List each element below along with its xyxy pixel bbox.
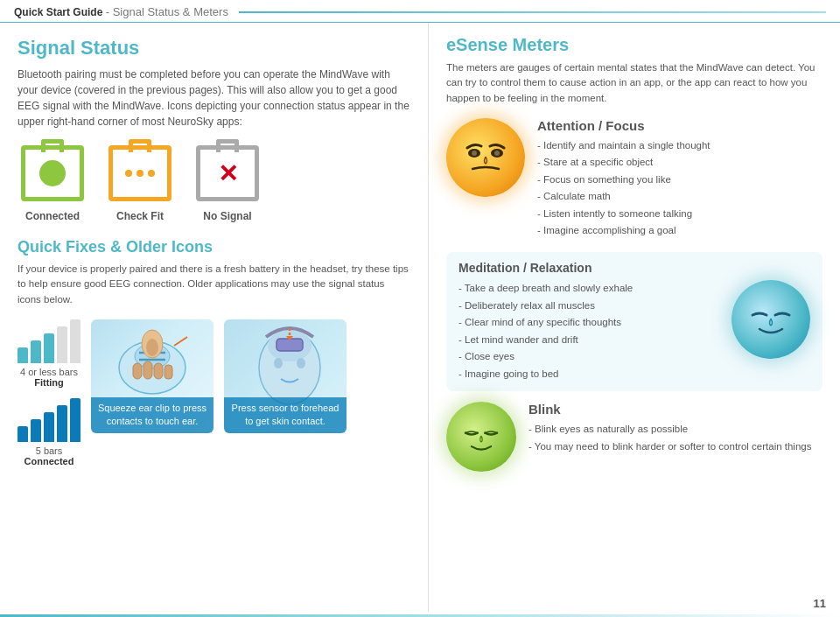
- meditation-block-title: Meditation / Relaxation: [458, 261, 810, 275]
- header-title: Quick Start Guide - Signal Status & Mete…: [14, 5, 228, 18]
- meditation-inner: Take a deep breath and slowly exhale Del…: [458, 280, 810, 382]
- main-content: Signal Status Bluetooth pairing must be …: [0, 23, 840, 612]
- right-column: eSense Meters The meters are gauges of c…: [429, 23, 840, 612]
- bars-column: 4 or less bars Fitting: [18, 319, 80, 466]
- meditation-item-2: Clear mind of any specific thoughts: [458, 314, 721, 332]
- connected-bars-label: 5 bars Connected: [24, 445, 74, 466]
- attention-item-0: Identify and maintain a single thought: [537, 137, 822, 155]
- meditation-circle: [732, 280, 810, 359]
- signal-icons-row: Connected Check Fit: [18, 142, 410, 222]
- meditation-list: Take a deep breath and slowly exhale Del…: [458, 280, 721, 382]
- checkfit-icon-box: [105, 142, 175, 205]
- bar-c4: [57, 405, 67, 442]
- attention-info-title: Attention / Focus: [537, 118, 822, 133]
- checkfit-label: Check Fit: [116, 210, 164, 222]
- header-decorative-line: [239, 11, 826, 13]
- press-sensor-caption: Press sensor to forehead to get skin con…: [224, 397, 346, 433]
- blink-info-title: Blink: [528, 402, 822, 417]
- press-sensor-caption-wrapper: Press sensor to forehead to get skin con…: [224, 397, 346, 433]
- bar-2: [31, 340, 41, 363]
- header-main-title: Quick Start Guide: [14, 6, 102, 18]
- fixes-row: 4 or less bars Fitting: [18, 319, 410, 466]
- meditation-item-5: Imagine going to bed: [458, 366, 721, 383]
- fitting-label-text: 4 or less bars: [20, 367, 78, 377]
- bar-5: [70, 319, 80, 363]
- signal-icon-checkfit: Check Fit: [105, 142, 175, 222]
- page-header: Quick Start Guide - Signal Status & Mete…: [0, 0, 840, 23]
- bar-4: [57, 326, 67, 363]
- meditation-block: Meditation / Relaxation Take a deep brea…: [446, 252, 822, 391]
- connected-icon-dot: [39, 160, 66, 186]
- dot-2: [136, 170, 144, 177]
- bar-3: [44, 333, 54, 363]
- bar-c2: [31, 419, 41, 442]
- blink-item-0: Blink eyes as naturally as possible: [528, 421, 822, 438]
- svg-point-13: [297, 358, 305, 368]
- bar-item-connected: 5 bars Connected: [18, 398, 80, 466]
- dot-3: [148, 170, 155, 177]
- ear-clip-caption-wrapper: Squeeze ear clip to press contacts to to…: [91, 397, 214, 433]
- meditation-item-4: Close eyes: [458, 348, 721, 366]
- connected-icon-box: [18, 142, 88, 205]
- blink-face-svg: [455, 410, 508, 463]
- attention-item-1: Stare at a specific object: [537, 154, 822, 172]
- attention-face-svg: [455, 127, 516, 188]
- fitting-sublabel: Fitting: [34, 377, 64, 388]
- dot-1: [125, 170, 132, 177]
- blink-info: Blink Blink eyes as naturally as possibl…: [528, 402, 822, 455]
- ear-clip-svg: [91, 319, 214, 407]
- checkfit-icon: [108, 145, 172, 201]
- nosignal-label: No Signal: [203, 210, 251, 222]
- meditation-item-0: Take a deep breath and slowly exhale: [458, 280, 721, 298]
- meditation-face-svg: [740, 289, 802, 350]
- meditation-item-3: Let mind wander and drift: [458, 332, 721, 349]
- press-sensor-svg: [224, 319, 346, 407]
- attention-item-5: Imagine accomplishing a goal: [537, 222, 822, 240]
- esense-title: eSense Meters: [446, 35, 822, 55]
- blink-item-1: You may need to blink harder or softer t…: [528, 438, 822, 456]
- signal-status-section: Signal Status Bluetooth pairing must be …: [18, 37, 410, 222]
- svg-point-9: [146, 339, 158, 356]
- quick-fixes-description: If your device is properly paired and th…: [18, 262, 410, 307]
- connected-bars-label-text: 5 bars: [36, 445, 63, 456]
- svg-rect-14: [276, 339, 303, 351]
- meditation-item-1: Deliberately relax all muscles: [458, 298, 721, 315]
- svg-point-12: [274, 358, 283, 368]
- bars-graphic-connected: [18, 398, 80, 442]
- checkfit-dots: [125, 170, 155, 177]
- connected-bars-sublabel: Connected: [24, 456, 74, 466]
- attention-item-2: Focus on something you like: [537, 172, 822, 189]
- attention-item-4: Listen intently to someone talking: [537, 206, 822, 223]
- svg-point-19: [494, 151, 500, 156]
- bar-c3: [44, 412, 54, 442]
- header-subtitle: Signal Status & Meters: [113, 5, 228, 18]
- x-icon: ✕: [218, 159, 238, 188]
- blink-info-list: Blink eyes as naturally as possible You …: [528, 421, 822, 455]
- quick-fixes-title: Quick Fixes & Older Icons: [18, 238, 410, 256]
- nosignal-icon-box: ✕: [192, 142, 262, 205]
- ear-clip-caption: Squeeze ear clip to press contacts to to…: [91, 397, 214, 433]
- svg-rect-6: [154, 363, 163, 379]
- fitting-label: 4 or less bars Fitting: [20, 367, 78, 388]
- attention-item-3: Calculate math: [537, 188, 822, 206]
- page-number: 11: [814, 597, 826, 610]
- attention-block: Attention / Focus Identify and maintain …: [446, 118, 822, 240]
- bars-graphic-fitting: [18, 319, 80, 363]
- svg-rect-4: [133, 363, 142, 379]
- svg-point-18: [472, 151, 477, 156]
- attention-circle: [446, 118, 525, 197]
- connected-icon: [21, 145, 84, 201]
- attention-info: Attention / Focus Identify and maintain …: [537, 118, 822, 240]
- press-sensor-image: Press sensor to forehead to get skin con…: [224, 319, 346, 433]
- attention-info-list: Identify and maintain a single thought S…: [537, 137, 822, 240]
- bar-1: [18, 347, 28, 363]
- signal-status-description: Bluetooth pairing must be completed befo…: [18, 67, 410, 130]
- signal-icon-connected: Connected: [18, 142, 88, 222]
- ear-clip-image: Squeeze ear clip to press contacts to to…: [91, 319, 214, 433]
- signal-icon-nosignal: ✕ No Signal: [192, 142, 262, 222]
- svg-rect-7: [164, 365, 172, 379]
- blink-block: Blink Blink eyes as naturally as possibl…: [446, 402, 822, 472]
- bar-item-fitting: 4 or less bars Fitting: [18, 319, 80, 388]
- bar-c5: [70, 398, 80, 442]
- blink-circle: [446, 402, 516, 472]
